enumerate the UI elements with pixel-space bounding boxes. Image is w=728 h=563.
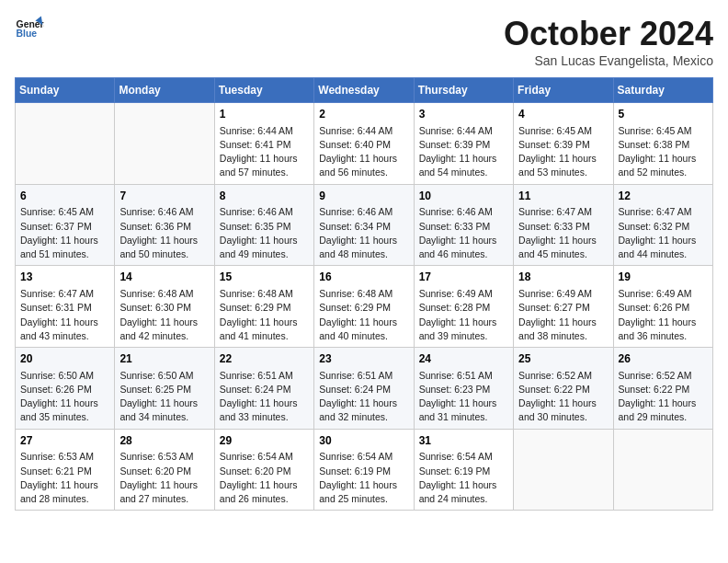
day-info: Sunrise: 6:46 AM Sunset: 6:36 PM Dayligh… [119,205,209,261]
day-number: 31 [419,433,508,449]
calendar-cell: 7Sunrise: 6:46 AM Sunset: 6:36 PM Daylig… [115,184,214,266]
calendar-header: Sunday Monday Tuesday Wednesday Thursday… [16,78,713,103]
day-number: 28 [119,433,209,449]
day-info: Sunrise: 6:49 AM Sunset: 6:27 PM Dayligh… [518,287,608,343]
day-info: Sunrise: 6:49 AM Sunset: 6:26 PM Dayligh… [619,287,708,343]
col-tuesday: Tuesday [214,78,313,103]
day-info: Sunrise: 6:48 AM Sunset: 6:30 PM Dayligh… [119,287,209,343]
calendar-cell: 29Sunrise: 6:54 AM Sunset: 6:20 PM Dayli… [214,429,313,511]
calendar-cell: 9Sunrise: 6:46 AM Sunset: 6:34 PM Daylig… [314,184,414,266]
day-info: Sunrise: 6:51 AM Sunset: 6:24 PM Dayligh… [319,369,408,425]
day-info: Sunrise: 6:45 AM Sunset: 6:37 PM Dayligh… [20,205,109,261]
day-number: 21 [119,351,209,367]
day-info: Sunrise: 6:46 AM Sunset: 6:33 PM Dayligh… [419,205,508,261]
calendar-cell: 4Sunrise: 6:45 AM Sunset: 6:39 PM Daylig… [514,103,613,185]
day-number: 5 [619,107,708,122]
calendar-cell: 15Sunrise: 6:48 AM Sunset: 6:29 PM Dayli… [214,266,313,348]
calendar-cell: 23Sunrise: 6:51 AM Sunset: 6:24 PM Dayli… [314,348,414,430]
day-number: 16 [319,270,408,285]
day-info: Sunrise: 6:53 AM Sunset: 6:21 PM Dayligh… [20,450,109,506]
day-info: Sunrise: 6:53 AM Sunset: 6:20 PM Dayligh… [119,450,209,506]
calendar-cell [16,103,115,185]
location-subtitle: San Lucas Evangelista, Mexico [504,53,713,68]
day-info: Sunrise: 6:54 AM Sunset: 6:19 PM Dayligh… [319,450,408,506]
calendar-cell: 22Sunrise: 6:51 AM Sunset: 6:24 PM Dayli… [214,348,313,430]
day-number: 17 [419,270,508,285]
calendar-table: Sunday Monday Tuesday Wednesday Thursday… [15,77,713,511]
calendar-cell: 14Sunrise: 6:48 AM Sunset: 6:30 PM Dayli… [115,266,214,348]
calendar-cell: 5Sunrise: 6:45 AM Sunset: 6:38 PM Daylig… [613,103,712,185]
day-info: Sunrise: 6:52 AM Sunset: 6:22 PM Dayligh… [518,369,608,425]
calendar-cell: 16Sunrise: 6:48 AM Sunset: 6:29 PM Dayli… [314,266,414,348]
logo-icon: General Blue [15,15,44,44]
day-number: 27 [20,433,109,449]
day-number: 24 [419,351,508,367]
day-number: 29 [220,433,309,449]
calendar-cell: 10Sunrise: 6:46 AM Sunset: 6:33 PM Dayli… [414,184,513,266]
calendar-cell: 24Sunrise: 6:51 AM Sunset: 6:23 PM Dayli… [414,348,513,430]
calendar-cell: 26Sunrise: 6:52 AM Sunset: 6:22 PM Dayli… [613,348,712,430]
day-info: Sunrise: 6:48 AM Sunset: 6:29 PM Dayligh… [319,287,408,343]
calendar-cell: 2Sunrise: 6:44 AM Sunset: 6:40 PM Daylig… [314,103,414,185]
week-row-5: 27Sunrise: 6:53 AM Sunset: 6:21 PM Dayli… [16,429,713,511]
col-monday: Monday [115,78,214,103]
day-info: Sunrise: 6:46 AM Sunset: 6:34 PM Dayligh… [319,205,408,261]
day-number: 30 [319,433,408,449]
day-info: Sunrise: 6:54 AM Sunset: 6:19 PM Dayligh… [419,450,508,506]
day-info: Sunrise: 6:51 AM Sunset: 6:23 PM Dayligh… [419,369,508,425]
day-info: Sunrise: 6:50 AM Sunset: 6:25 PM Dayligh… [119,369,209,425]
calendar-cell: 30Sunrise: 6:54 AM Sunset: 6:19 PM Dayli… [314,429,414,511]
calendar-cell: 27Sunrise: 6:53 AM Sunset: 6:21 PM Dayli… [16,429,115,511]
day-number: 6 [20,189,109,204]
day-number: 10 [419,189,508,204]
calendar-cell: 12Sunrise: 6:47 AM Sunset: 6:32 PM Dayli… [613,184,712,266]
day-number: 19 [619,270,708,285]
svg-text:Blue: Blue [17,29,38,39]
day-number: 2 [319,107,408,122]
week-row-1: 1Sunrise: 6:44 AM Sunset: 6:41 PM Daylig… [16,103,713,185]
day-number: 15 [220,270,309,285]
week-row-2: 6Sunrise: 6:45 AM Sunset: 6:37 PM Daylig… [16,184,713,266]
col-friday: Friday [514,78,613,103]
calendar-cell: 6Sunrise: 6:45 AM Sunset: 6:37 PM Daylig… [16,184,115,266]
day-number: 20 [20,351,109,367]
calendar-cell: 31Sunrise: 6:54 AM Sunset: 6:19 PM Dayli… [414,429,513,511]
day-info: Sunrise: 6:45 AM Sunset: 6:38 PM Dayligh… [619,124,708,180]
header-row: Sunday Monday Tuesday Wednesday Thursday… [16,78,713,103]
calendar-cell: 11Sunrise: 6:47 AM Sunset: 6:33 PM Dayli… [514,184,613,266]
week-row-4: 20Sunrise: 6:50 AM Sunset: 6:26 PM Dayli… [16,348,713,430]
day-number: 8 [220,189,309,204]
day-info: Sunrise: 6:47 AM Sunset: 6:31 PM Dayligh… [20,287,109,343]
day-info: Sunrise: 6:49 AM Sunset: 6:28 PM Dayligh… [419,287,508,343]
day-info: Sunrise: 6:52 AM Sunset: 6:22 PM Dayligh… [619,369,708,425]
calendar-cell: 19Sunrise: 6:49 AM Sunset: 6:26 PM Dayli… [613,266,712,348]
day-info: Sunrise: 6:45 AM Sunset: 6:39 PM Dayligh… [518,124,608,180]
week-row-3: 13Sunrise: 6:47 AM Sunset: 6:31 PM Dayli… [16,266,713,348]
day-number: 4 [518,107,608,122]
day-number: 22 [220,351,309,367]
day-number: 14 [119,270,209,285]
calendar-cell [115,103,214,185]
calendar-cell: 28Sunrise: 6:53 AM Sunset: 6:20 PM Dayli… [115,429,214,511]
col-sunday: Sunday [16,78,115,103]
day-number: 12 [619,189,708,204]
day-number: 1 [220,107,309,122]
logo: General Blue [15,15,44,44]
day-number: 18 [518,270,608,285]
title-area: October 2024 San Lucas Evangelista, Mexi… [504,15,713,68]
calendar-cell: 20Sunrise: 6:50 AM Sunset: 6:26 PM Dayli… [16,348,115,430]
day-info: Sunrise: 6:44 AM Sunset: 6:40 PM Dayligh… [319,124,408,180]
day-number: 7 [119,189,209,204]
day-number: 23 [319,351,408,367]
day-info: Sunrise: 6:54 AM Sunset: 6:20 PM Dayligh… [220,450,309,506]
day-info: Sunrise: 6:48 AM Sunset: 6:29 PM Dayligh… [220,287,309,343]
calendar-cell [514,429,613,511]
calendar-cell: 21Sunrise: 6:50 AM Sunset: 6:25 PM Dayli… [115,348,214,430]
day-info: Sunrise: 6:51 AM Sunset: 6:24 PM Dayligh… [220,369,309,425]
day-number: 9 [319,189,408,204]
col-thursday: Thursday [414,78,513,103]
day-number: 3 [419,107,508,122]
day-info: Sunrise: 6:47 AM Sunset: 6:32 PM Dayligh… [619,205,708,261]
day-info: Sunrise: 6:47 AM Sunset: 6:33 PM Dayligh… [518,205,608,261]
calendar-cell: 13Sunrise: 6:47 AM Sunset: 6:31 PM Dayli… [16,266,115,348]
